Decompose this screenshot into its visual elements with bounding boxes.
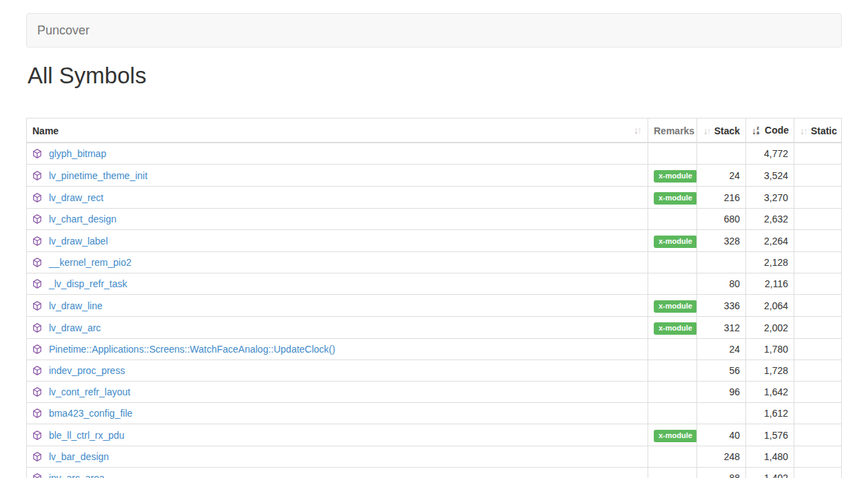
- column-header-name[interactable]: Name ↓↑: [27, 118, 648, 143]
- table-row: glyph_bitmap 4,772: [27, 143, 842, 165]
- symbol-link[interactable]: lv_draw_rect: [49, 192, 103, 203]
- symbol-link[interactable]: inv_arc_area: [49, 472, 105, 478]
- remarks-cell: [648, 382, 697, 403]
- stack-cell: 88: [697, 468, 746, 478]
- symbol-name-cell: lv_bar_design: [27, 446, 648, 468]
- table-row: indev_proc_press 56 1,728: [27, 360, 842, 382]
- column-header-code[interactable]: ↓za Code: [746, 118, 794, 143]
- cube-icon: [32, 387, 42, 397]
- symbol-link[interactable]: lv_bar_design: [49, 451, 109, 462]
- stack-cell: 96: [697, 382, 746, 403]
- table-row: lv_chart_design 680 2,632: [27, 209, 842, 230]
- table-row: bma423_config_file 1,612: [27, 403, 842, 424]
- code-cell: 1,728: [746, 360, 794, 382]
- cube-icon: [32, 366, 42, 375]
- x-module-badge: x-module: [654, 322, 697, 335]
- stack-cell: [697, 252, 746, 273]
- table-body: glyph_bitmap 4,772 lv_pinetime_theme_ini…: [27, 143, 842, 478]
- code-cell: 1,402: [746, 468, 794, 478]
- remarks-cell: x-module: [648, 295, 697, 317]
- code-cell: 3,270: [746, 187, 794, 209]
- static-cell: [794, 339, 842, 360]
- stack-cell: [697, 143, 746, 165]
- sort-up-down-icon: ↓↑: [800, 125, 808, 136]
- symbol-link[interactable]: glyph_bitmap: [49, 148, 106, 159]
- x-module-badge: x-module: [654, 192, 697, 205]
- code-cell: 1,642: [746, 382, 794, 403]
- symbol-name-cell: __kernel_rem_pio2: [27, 252, 648, 273]
- static-cell: [794, 252, 842, 273]
- table-row: Pinetime::Applications::Screens::WatchFa…: [27, 339, 842, 360]
- symbol-link[interactable]: indev_proc_press: [49, 365, 125, 376]
- symbol-link[interactable]: __kernel_rem_pio2: [49, 257, 132, 268]
- code-cell: 1,480: [746, 446, 794, 468]
- symbol-link[interactable]: Pinetime::Applications::Screens::WatchFa…: [49, 344, 335, 355]
- code-cell: 2,264: [746, 230, 794, 252]
- sort-up-down-icon: ↓↑: [634, 123, 642, 137]
- symbol-name-cell: indev_proc_press: [27, 360, 648, 382]
- navbar-brand[interactable]: Puncover: [27, 13, 100, 48]
- code-cell: 1,576: [746, 424, 794, 446]
- symbol-name-cell: inv_arc_area: [27, 468, 648, 478]
- symbol-link[interactable]: lv_draw_label: [49, 236, 108, 247]
- symbol-link[interactable]: lv_cont_refr_layout: [49, 386, 130, 397]
- remarks-cell: x-module: [648, 424, 697, 446]
- stack-cell: 248: [697, 446, 746, 468]
- symbol-name-cell: lv_chart_design: [27, 209, 648, 230]
- table-row: ble_ll_ctrl_rx_pdu x-module 40 1,576: [27, 424, 842, 446]
- symbol-link[interactable]: lv_pinetime_theme_init: [49, 170, 147, 181]
- stack-cell: 24: [697, 165, 746, 187]
- remarks-cell: [648, 252, 697, 273]
- sort-desc-za-icon: ↓za: [752, 124, 759, 138]
- code-cell: 1,612: [746, 403, 794, 424]
- remarks-cell: [648, 360, 697, 382]
- symbol-name-cell: lv_draw_rect: [27, 187, 648, 209]
- symbol-name-cell: lv_draw_line: [27, 295, 648, 317]
- remarks-cell: [648, 446, 697, 468]
- symbol-link[interactable]: lv_chart_design: [49, 214, 116, 225]
- symbol-link[interactable]: ble_ll_ctrl_rx_pdu: [49, 430, 125, 441]
- column-header-static-label: Static: [811, 125, 837, 136]
- table-row: _lv_disp_refr_task 80 2,116: [27, 273, 842, 295]
- column-header-stack[interactable]: ↓↑ Stack: [697, 118, 746, 143]
- remarks-cell: [648, 143, 697, 165]
- x-module-badge: x-module: [654, 430, 697, 442]
- code-cell: 2,632: [746, 209, 794, 230]
- static-cell: [794, 382, 842, 403]
- column-header-name-label: Name: [32, 125, 59, 136]
- static-cell: [794, 295, 842, 317]
- remarks-cell: [648, 273, 697, 295]
- symbol-name-cell: lv_draw_label: [27, 230, 648, 252]
- stack-cell: 312: [697, 317, 746, 339]
- cube-icon: [32, 193, 42, 202]
- symbol-link[interactable]: bma423_config_file: [49, 408, 132, 419]
- code-cell: 2,002: [746, 317, 794, 339]
- stack-cell: 40: [697, 424, 746, 446]
- static-cell: [794, 424, 842, 446]
- symbol-name-cell: _lv_disp_refr_task: [27, 273, 648, 295]
- code-cell: 2,116: [746, 273, 794, 295]
- symbols-table: Name ↓↑ Remarks ↓↑ Stack ↓za Code ↓↑ Sta…: [26, 118, 842, 478]
- cube-icon: [32, 323, 42, 333]
- symbol-name-cell: glyph_bitmap: [27, 143, 648, 165]
- code-cell: 3,524: [746, 165, 794, 187]
- remarks-cell: x-module: [648, 187, 697, 209]
- x-module-badge: x-module: [654, 170, 697, 183]
- table-header-row: Name ↓↑ Remarks ↓↑ Stack ↓za Code ↓↑ Sta…: [27, 118, 842, 143]
- static-cell: [794, 165, 842, 187]
- table-row: __kernel_rem_pio2 2,128: [27, 252, 842, 273]
- cube-icon: [32, 258, 42, 267]
- column-header-static[interactable]: ↓↑ Static: [794, 118, 842, 143]
- static-cell: [794, 187, 842, 209]
- symbol-link[interactable]: lv_draw_line: [49, 300, 103, 311]
- symbol-link[interactable]: lv_draw_arc: [49, 322, 101, 333]
- symbol-name-cell: lv_cont_refr_layout: [27, 382, 648, 403]
- remarks-cell: [648, 468, 697, 478]
- stack-cell: 24: [697, 339, 746, 360]
- symbol-link[interactable]: _lv_disp_refr_task: [49, 278, 127, 289]
- static-cell: [794, 403, 842, 424]
- static-cell: [794, 468, 842, 478]
- table-row: lv_cont_refr_layout 96 1,642: [27, 382, 842, 403]
- cube-icon: [32, 149, 42, 158]
- x-module-badge: x-module: [654, 236, 697, 248]
